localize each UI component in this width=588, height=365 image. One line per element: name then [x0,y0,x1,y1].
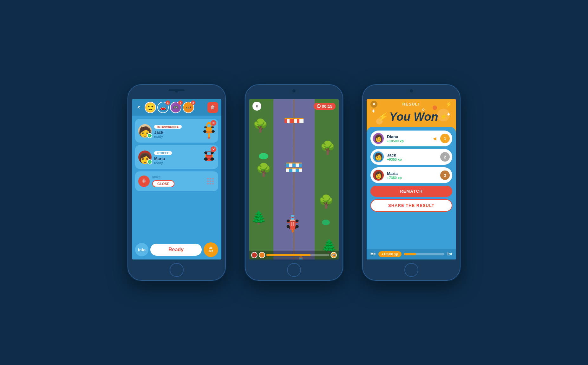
header-avatars: 🙂 🚗 1 🎮 [145,102,206,113]
mini-avatar-player [251,252,258,258]
jack-close-button[interactable]: ✕ [211,120,216,126]
result-screen: ✕ RESULT ⚡ ✦ ✦ ✧ ⚡ You Won ★ [367,99,456,259]
bush-1 [259,153,268,159]
diana-info: Diana +10500 xp [387,134,430,143]
header-avatar-2[interactable]: 🚗 1 [157,102,169,113]
invite-close-button[interactable]: CLOSE [152,180,174,187]
phone3-camera [410,89,413,93]
invite-card: + Invite CLOSE [135,171,218,191]
back-button[interactable]: < [135,104,143,111]
svg-point-13 [204,151,207,154]
jack-ready-check: ✓ [147,133,152,138]
invite-plus-button[interactable]: + [138,176,150,187]
invite-label: Invite [152,175,174,179]
me-label: Me [370,252,376,256]
tree-3: 🌳 [320,140,336,155]
phone2-screen: 🌳 🌳 🌳 🌳 🌲 🌲 [249,99,339,259]
maria-name: Maria [154,156,200,161]
header-avatar-4[interactable]: 🏎 2 [183,102,194,113]
ready-button[interactable]: Ready [150,244,202,256]
header-avatar-1[interactable]: 🙂 [145,102,156,113]
me-rank-label: 1st [447,252,452,256]
barrier-mid [286,163,302,172]
phones-container: < 🙂 🚗 1 [127,84,461,281]
avatar-badge-4: 2 [191,100,195,105]
svg-rect-35 [291,222,292,226]
jack-lb-info: Jack +9350 xp [387,153,438,161]
mini-avatar-opponent [259,252,265,258]
timer-badge: 25 sec [204,242,218,257]
info-button[interactable]: Info [135,243,148,256]
star-icon: ★ [440,113,446,121]
jack-lb-xp: +9350 xp [387,157,438,161]
maria-player-card: 👩 ✓ STREET Maria ready [135,145,218,169]
maria-rank-badge: ✦ 3 [440,170,450,180]
race-hud: ⏸ 00:15 [249,102,339,111]
svg-rect-37 [291,215,295,217]
lobby-body: 🧑 ✓ INTERMEDIATE Jack ready [132,116,221,240]
timer-clock-icon [317,104,321,108]
svg-rect-3 [204,126,207,128]
svg-rect-17 [207,158,211,159]
sparkle-1: ✦ [371,108,376,115]
maria-card-info: STREET Maria ready [154,150,200,165]
jack-rank-badge: ✦ 2 [440,152,450,162]
result-close-button[interactable]: ✕ [370,101,377,108]
maria-lb-xp: +7350 xp [387,176,438,180]
bush-2 [322,220,330,225]
avatar-badge-3: 4 [178,100,183,105]
maria-close-button[interactable]: ✕ [211,146,216,152]
result-title: RESULT [402,102,420,106]
svg-point-7 [212,130,215,133]
svg-rect-19 [212,155,213,157]
phone-race: 🌳 🌳 🌳 🌳 🌲 🌲 [245,84,343,281]
rematch-button[interactable]: REMATCH [370,186,452,197]
diana-rank-star: ✦ [443,131,447,136]
race-time-value: 00:15 [322,104,332,109]
phone1-home-button[interactable] [170,263,184,277]
svg-rect-18 [205,155,206,157]
avatar-circle-1: 🙂 [145,102,156,113]
tree-4: 🌳 [318,194,334,209]
tree-1: 🌳 [252,118,268,133]
maria-ready-check: ✓ [147,159,152,164]
maria-rank-star: ✦ [443,168,447,172]
avatar-badge-2: 1 [166,100,170,105]
me-progress-bar [404,253,444,255]
trash-button[interactable]: 🗑 [207,102,218,113]
diana-xp: +10500 xp [387,139,430,143]
diana-avatar: 👩 [372,132,384,144]
result-body: 👩 Diana +10500 xp ◀ ✦ 1 [367,127,456,249]
phone3-screen: ✕ RESULT ⚡ ✦ ✦ ✧ ⚡ You Won ★ [367,99,456,259]
svg-point-16 [210,157,214,161]
maria-avatar-wrap: 👩 ✓ [138,150,152,164]
you-won-label: You Won [389,110,438,124]
race-progress-bar: 🏁 [249,251,339,259]
phone2-home-button[interactable] [287,263,301,277]
diana-name: Diana [387,134,430,139]
jack-avatar-wrap: 🧑 ✓ [138,124,152,138]
phone-result: ✕ RESULT ⚡ ✦ ✦ ✧ ⚡ You Won ★ [362,84,461,281]
diana-rank-chevron: ◀ [433,136,436,141]
jack-card-info: INTERMEDIATE Jack ready [154,123,200,138]
svg-point-29 [296,220,299,222]
race-timer: 00:15 [314,103,336,110]
svg-rect-23 [290,220,296,221]
pause-button[interactable]: ⏸ [252,102,261,111]
phone-lobby: < 🙂 🚗 1 [127,84,226,281]
invite-info: Invite CLOSE [152,175,174,187]
jack-lb-avatar: 🧑 [372,151,384,163]
sparkle-3: ✧ [421,106,426,113]
share-result-button[interactable]: SHARE THE RESULT [370,199,452,212]
svg-rect-12 [207,152,211,155]
result-header: ✕ RESULT ⚡ [367,99,456,109]
me-progress-fill [404,253,416,255]
invite-dots [207,178,214,185]
jack-level-label: INTERMEDIATE [154,125,182,129]
phone3-home-button[interactable] [404,263,418,277]
leaderboard-item-1: 👩 Diana +10500 xp ◀ ✦ 1 [370,131,452,146]
tree-2: 🌳 [256,163,271,177]
phone1-camera [175,89,178,93]
jack-lb-name: Jack [387,153,438,157]
header-avatar-3[interactable]: 🎮 4 [170,102,181,113]
